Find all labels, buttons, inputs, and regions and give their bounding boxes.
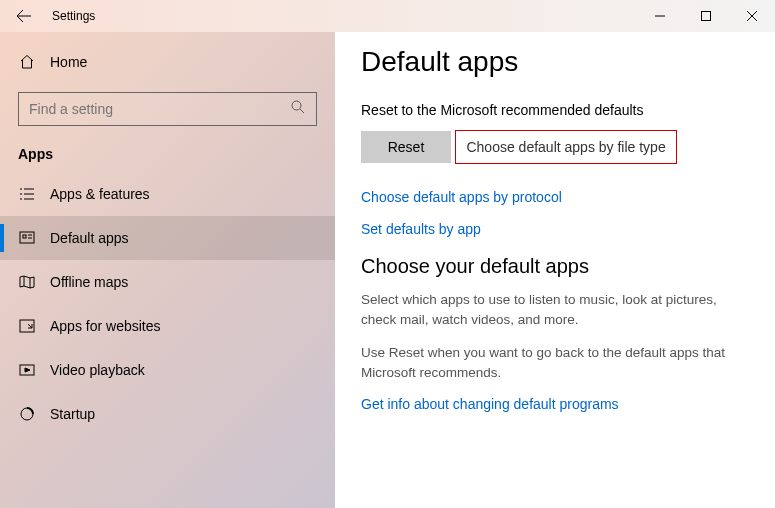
window-title: Settings	[48, 9, 95, 23]
link-choose-by-filetype[interactable]: Choose default apps by file type	[455, 130, 676, 164]
search-box[interactable]	[18, 92, 317, 126]
sidebar: Home Apps Apps & features Default apps O…	[0, 32, 335, 508]
home-nav[interactable]: Home	[0, 42, 335, 82]
home-icon	[18, 53, 36, 71]
titlebar: Settings	[0, 0, 775, 32]
nav-default-apps[interactable]: Default apps	[0, 216, 335, 260]
nav-offline-maps[interactable]: Offline maps	[0, 260, 335, 304]
nav-startup[interactable]: Startup	[0, 392, 335, 436]
nav-label: Offline maps	[50, 274, 128, 290]
back-arrow-icon	[16, 8, 32, 24]
link-choose-by-protocol[interactable]: Choose default apps by protocol	[361, 189, 749, 205]
choose-body-2: Use Reset when you want to go back to th…	[361, 343, 749, 382]
window-controls	[637, 0, 775, 32]
nav-label: Apps & features	[50, 186, 150, 202]
choose-body-1: Select which apps to use to listen to mu…	[361, 290, 749, 329]
titlebar-left: Settings	[0, 0, 95, 32]
search-icon	[290, 99, 306, 119]
close-button[interactable]	[729, 0, 775, 32]
minimize-button[interactable]	[637, 0, 683, 32]
list-icon	[18, 185, 36, 203]
maximize-button[interactable]	[683, 0, 729, 32]
home-label: Home	[50, 54, 87, 70]
choose-heading: Choose your default apps	[361, 255, 749, 278]
link-get-info[interactable]: Get info about changing default programs	[361, 396, 749, 412]
section-header-apps: Apps	[0, 140, 335, 172]
svg-point-4	[292, 101, 301, 110]
reset-button[interactable]: Reset	[361, 131, 451, 163]
nav-apps-features[interactable]: Apps & features	[0, 172, 335, 216]
back-button[interactable]	[0, 0, 48, 32]
reset-description: Reset to the Microsoft recommended defau…	[361, 102, 749, 118]
startup-icon	[18, 405, 36, 423]
default-apps-icon	[18, 229, 36, 247]
svg-rect-1	[702, 12, 711, 21]
page-heading: Default apps	[361, 46, 749, 78]
nav-label: Video playback	[50, 362, 145, 378]
nav-video-playback[interactable]: Video playback	[0, 348, 335, 392]
svg-line-5	[300, 109, 304, 113]
nav-apps-websites[interactable]: Apps for websites	[0, 304, 335, 348]
nav-label: Default apps	[50, 230, 129, 246]
link-set-defaults-by-app[interactable]: Set defaults by app	[361, 221, 749, 237]
settings-window: Settings Home Apps Apps & features	[0, 0, 775, 508]
main-panel: Default apps Reset to the Microsoft reco…	[335, 32, 775, 508]
video-icon	[18, 361, 36, 379]
nav-label: Startup	[50, 406, 95, 422]
nav-label: Apps for websites	[50, 318, 161, 334]
map-icon	[18, 273, 36, 291]
apps-websites-icon	[18, 317, 36, 335]
search-input[interactable]	[29, 101, 278, 117]
content-area: Home Apps Apps & features Default apps O…	[0, 32, 775, 508]
svg-rect-13	[23, 235, 26, 238]
